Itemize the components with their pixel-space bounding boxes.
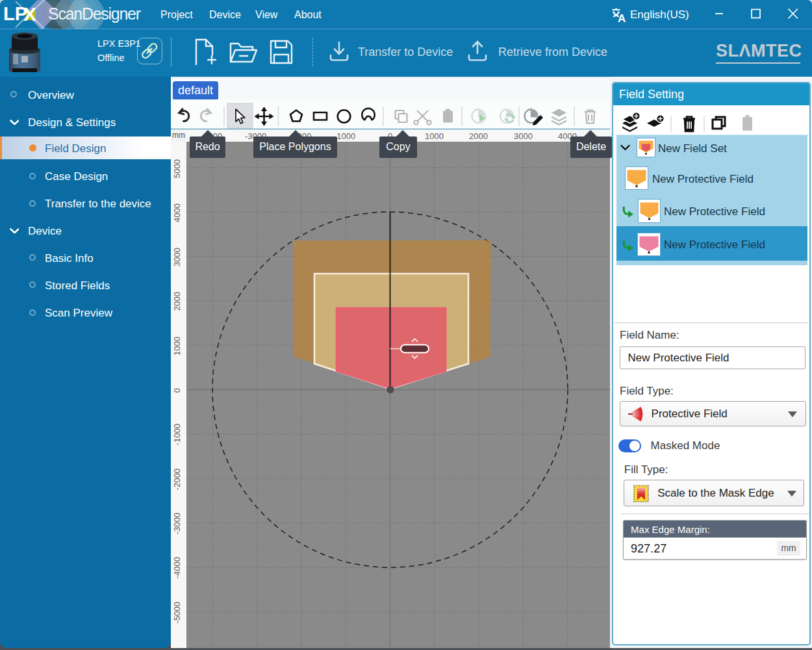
svg-text:X: X — [23, 3, 36, 25]
svg-text:ScanDesigner: ScanDesigner — [48, 5, 141, 23]
svg-text:A: A — [618, 12, 626, 23]
